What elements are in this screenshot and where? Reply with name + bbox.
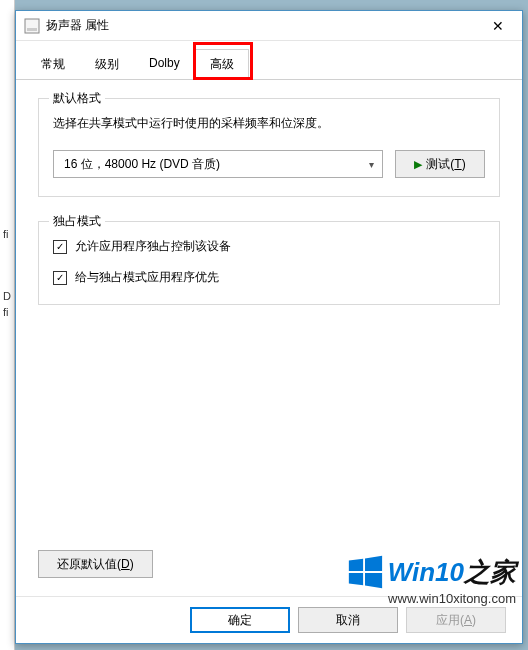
test-label: 测试(T) [426, 156, 465, 173]
restore-defaults-button[interactable]: 还原默认值(D) [38, 550, 153, 578]
exclusive-mode-group: 独占模式 ✓ 允许应用程序独占控制该设备 ✓ 给与独占模式应用程序优先 [38, 221, 500, 305]
tab-general[interactable]: 常规 [26, 49, 80, 79]
background-fragment: fi D fi [0, 0, 15, 650]
ok-button[interactable]: 确定 [190, 607, 290, 633]
speaker-properties-dialog: 扬声器 属性 ✕ 常规 级别 Dolby 高级 默认格式 选择在共享模式中运行时… [15, 10, 523, 644]
restore-label: 还原默认值(D) [57, 556, 134, 573]
button-label: 应用(A) [436, 612, 476, 629]
checkbox-label: 给与独占模式应用程序优先 [75, 269, 219, 286]
button-label: 取消 [336, 612, 360, 629]
play-icon: ▶ [414, 158, 422, 171]
close-icon: ✕ [492, 18, 504, 34]
tab-strip: 常规 级别 Dolby 高级 [16, 41, 522, 80]
svg-rect-1 [27, 28, 37, 31]
tab-levels[interactable]: 级别 [80, 49, 134, 79]
test-button[interactable]: ▶ 测试(T) [395, 150, 485, 178]
group-legend: 默认格式 [49, 90, 105, 107]
checkbox-icon: ✓ [53, 240, 67, 254]
fragment-text: fi [3, 306, 9, 318]
apply-button[interactable]: 应用(A) [406, 607, 506, 633]
format-row: 16 位，48000 Hz (DVD 音质) ▾ ▶ 测试(T) [53, 150, 485, 178]
group-legend: 独占模式 [49, 213, 105, 230]
window-title: 扬声器 属性 [46, 17, 475, 34]
default-format-description: 选择在共享模式中运行时使用的采样频率和位深度。 [53, 115, 485, 132]
tab-label: Dolby [149, 56, 180, 70]
checkbox-icon: ✓ [53, 271, 67, 285]
tab-label: 高级 [210, 57, 234, 71]
checkbox-label: 允许应用程序独占控制该设备 [75, 238, 231, 255]
tab-label: 常规 [41, 57, 65, 71]
default-format-group: 默认格式 选择在共享模式中运行时使用的采样频率和位深度。 16 位，48000 … [38, 98, 500, 197]
cancel-button[interactable]: 取消 [298, 607, 398, 633]
tab-advanced[interactable]: 高级 [195, 49, 249, 80]
checkbox-exclusive-priority[interactable]: ✓ 给与独占模式应用程序优先 [53, 269, 485, 286]
tab-dolby[interactable]: Dolby [134, 49, 195, 79]
button-label: 确定 [228, 612, 252, 629]
tab-content: 默认格式 选择在共享模式中运行时使用的采样频率和位深度。 16 位，48000 … [16, 80, 522, 596]
tab-label: 级别 [95, 57, 119, 71]
close-button[interactable]: ✕ [475, 12, 520, 40]
restore-row: 还原默认值(D) [38, 550, 153, 578]
speaker-icon [24, 18, 40, 34]
fragment-text: D [3, 290, 11, 302]
titlebar: 扬声器 属性 ✕ [16, 11, 522, 41]
select-value: 16 位，48000 Hz (DVD 音质) [64, 156, 220, 173]
checkbox-allow-exclusive[interactable]: ✓ 允许应用程序独占控制该设备 [53, 238, 485, 255]
fragment-text: fi [3, 228, 9, 240]
chevron-down-icon: ▾ [369, 159, 374, 170]
format-select[interactable]: 16 位，48000 Hz (DVD 音质) ▾ [53, 150, 383, 178]
dialog-footer: 确定 取消 应用(A) [16, 596, 522, 643]
